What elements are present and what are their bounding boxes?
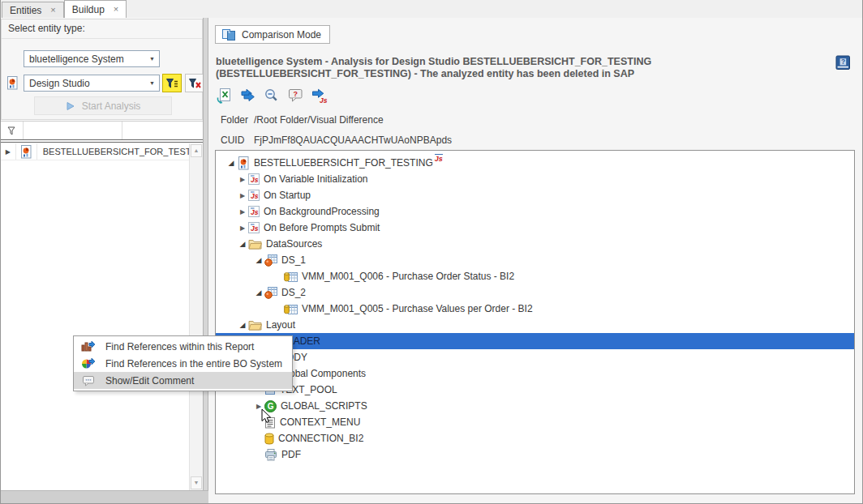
tree-item-ds-2[interactable]: ◢ DS_2 <box>216 284 854 301</box>
tree-item-header[interactable]: HEADER <box>216 333 854 349</box>
pdf-printer-icon <box>264 449 277 461</box>
grid-filter-row[interactable] <box>1 122 203 139</box>
help-button[interactable]: ? <box>835 55 851 70</box>
datasource-icon <box>264 286 277 299</box>
script-icon: Js <box>248 222 260 233</box>
tree-item-on-variable-initialization[interactable]: ▶ Js On Variable Initialization <box>216 171 854 187</box>
script-references-button[interactable]: Js <box>310 88 328 104</box>
filter-cell[interactable] <box>122 122 203 139</box>
menu-item-find-references-report[interactable]: Find References within this Report <box>74 338 292 355</box>
cuid-label: CUID <box>221 135 254 146</box>
tree-item-label: Layout <box>266 319 295 331</box>
tree-item-pdf[interactable]: PDF <box>216 446 854 463</box>
close-icon[interactable]: × <box>114 5 118 14</box>
tree-item-text-pool[interactable]: TEXT_POOL <box>216 382 854 398</box>
expand-arrow-icon[interactable]: ▶ <box>1 148 15 156</box>
query-icon <box>284 271 298 283</box>
panel-splitter[interactable] <box>203 18 208 504</box>
expand-arrow-icon[interactable]: ▶ <box>253 403 264 410</box>
collapse-arrow-icon[interactable]: ◢ <box>237 240 248 248</box>
clear-filter-button[interactable] <box>185 74 204 92</box>
tab-buildup[interactable]: Buildup × <box>64 0 127 18</box>
tree-item-global-components[interactable]: Global Components <box>216 365 854 382</box>
entity-list-row[interactable]: ▶ BESTELLUEBERSICHT_FOR_TESTING <box>1 143 189 160</box>
script-icon: Js <box>248 190 260 201</box>
entity-type-select[interactable]: Design Studio ▼ <box>24 75 160 92</box>
filter-funnel-cell[interactable] <box>1 122 24 139</box>
tab-bar: Entities × Buildup × <box>0 0 863 18</box>
entity-list-grid: ▶ BESTELLUEBERSICHT_FOR_TESTING ▲ ▼ <box>1 121 203 490</box>
tree-item-query-q006[interactable]: VMM_M001_Q006 - Purchase Order Status - … <box>216 268 854 284</box>
analysis-panel: Comparison Mode ? bluetelligence System … <box>208 18 863 504</box>
global-scripts-icon: G <box>264 400 277 412</box>
copy-pages-icon <box>221 28 236 41</box>
collapse-arrow-icon[interactable]: ◢ <box>225 159 237 167</box>
excel-export-button[interactable] <box>216 88 234 104</box>
tree-item-datasources[interactable]: ◢ DataSources <box>216 236 854 252</box>
folder-value: /Root Folder/Visual Difference <box>254 114 452 126</box>
tree-item-label: BESTELLUEBERSICHT_FOR_TESTING <box>254 157 433 169</box>
expand-arrow-icon[interactable]: ▶ <box>237 224 248 232</box>
tree-item-label: On Startup <box>264 190 311 201</box>
close-icon[interactable]: × <box>50 6 55 15</box>
menu-item-show-edit-comment[interactable]: Show/Edit Comment <box>74 372 292 389</box>
cuid-value: FjPJmFf8QAUACQUAAACHTwUAoNPBApds <box>254 135 452 146</box>
tab-entities[interactable]: Entities × <box>2 2 64 18</box>
tree-item-on-backgroundprocessing[interactable]: ▶ Js On BackgroundProcessing <box>216 203 854 220</box>
tree-item-on-startup[interactable]: ▶ Js On Startup <box>216 187 854 203</box>
chevron-down-icon: ▼ <box>149 56 155 62</box>
expand-arrow-icon[interactable]: ▶ <box>237 192 248 199</box>
svg-text:G: G <box>268 402 274 411</box>
svg-text:Js: Js <box>251 176 259 184</box>
analysis-tree: ◢ BESTELLUEBERSICHT_FOR_TESTING Js ▶ Js … <box>215 150 855 494</box>
collapse-arrow-icon[interactable]: ◢ <box>253 256 264 264</box>
grid-header-separator <box>1 139 203 143</box>
tree-item-body[interactable]: BODY <box>216 349 854 365</box>
filter-active-button[interactable] <box>162 74 182 92</box>
filter-cell[interactable] <box>24 122 122 139</box>
tree-item-label: CONTEXT_MENU <box>280 416 360 428</box>
entity-type-select-value: Design Studio <box>29 78 90 89</box>
start-analysis-button[interactable]: Start Analysis <box>34 96 172 115</box>
expand-arrow-icon[interactable]: ▶ <box>237 176 248 183</box>
menu-item-label: Find References within this Report <box>105 341 254 352</box>
design-studio-icon <box>237 156 250 170</box>
help-book-icon: ? <box>835 55 851 70</box>
double-arrow-icon <box>239 88 257 104</box>
tree-item-label: On Variable Initialization <box>264 173 368 185</box>
find-in-report-icon <box>81 340 95 353</box>
scroll-up-icon[interactable]: ▲ <box>191 144 202 157</box>
system-select[interactable]: bluetelligence System ▼ <box>24 50 160 67</box>
js-arrow-icon: Js <box>310 88 328 104</box>
comment-question-button[interactable]: ? <box>286 88 304 104</box>
menu-item-label: Find References in the entire BO System <box>105 358 282 369</box>
collapse-arrow-icon[interactable]: ◢ <box>253 288 264 297</box>
svg-text:?: ? <box>841 58 845 66</box>
menu-item-find-references-system[interactable]: Find References in the entire BO System <box>74 355 292 372</box>
excel-export-icon <box>217 88 233 104</box>
tree-item-connection-bi2[interactable]: CONNECTION_BI2 <box>216 430 854 446</box>
tree-item-query-q005[interactable]: VMM_M001_Q005 - Purchase Values per Orde… <box>216 301 854 317</box>
zoom-out-button[interactable] <box>263 88 281 104</box>
js-badge: Js <box>435 154 443 163</box>
tree-item-root[interactable]: ◢ BESTELLUEBERSICHT_FOR_TESTING Js <box>216 155 854 171</box>
find-references-button[interactable] <box>239 88 257 104</box>
comparison-mode-button[interactable]: Comparison Mode <box>215 25 330 44</box>
folder-open-icon <box>248 238 262 250</box>
tree-item-on-before-prompts-submit[interactable]: ▶ Js On Before Prompts Submit <box>216 220 854 236</box>
collapse-arrow-icon[interactable]: ◢ <box>237 321 248 329</box>
tree-item-label: DS_1 <box>281 254 306 266</box>
svg-text:Js: Js <box>251 192 259 200</box>
tree-item-layout[interactable]: ◢ Layout <box>216 317 854 333</box>
funnel-icon <box>7 126 16 135</box>
expand-arrow-icon[interactable]: ▶ <box>237 208 248 216</box>
tree-item-label: VMM_M001_Q006 - Purchase Order Status - … <box>302 271 514 282</box>
folder-open-icon <box>248 319 262 331</box>
scroll-down-icon[interactable]: ▼ <box>191 476 202 489</box>
script-icon: Js <box>248 173 260 185</box>
tree-item-context-menu[interactable]: CONTEXT_MENU <box>216 414 854 430</box>
select-entity-type-label: Select entity type: <box>2 19 202 39</box>
tree-item-ds-1[interactable]: ◢ DS_1 <box>216 252 854 268</box>
left-scrollbar[interactable]: ▲ ▼ <box>189 143 203 490</box>
tree-item-global-scripts[interactable]: ▶ G GLOBAL_SCRIPTS <box>216 398 854 414</box>
